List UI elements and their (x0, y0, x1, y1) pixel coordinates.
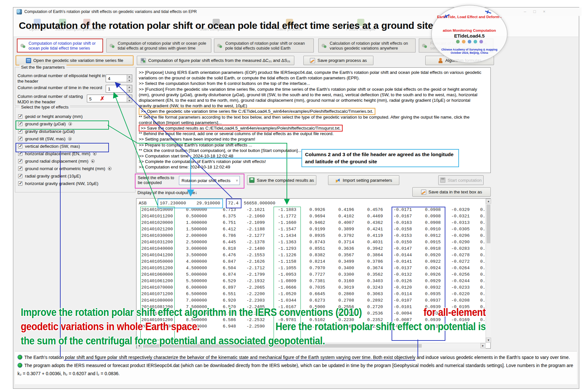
table-row: 201401070000 6.000000 6.897 -2.2065 -1.0… (139, 284, 485, 291)
import-setting-parameters-button[interactable]: Import setting parameters (328, 175, 399, 185)
spinner-arrows[interactable] (127, 75, 132, 82)
logo-org: Chinese Academy of Surveying & mapping (432, 48, 507, 51)
effect-checkbox-row[interactable]: radial gravity gradient (10μE) (15, 172, 135, 180)
select-effects-label: Select the effects to be computed (138, 175, 177, 185)
tab-icon (322, 43, 327, 48)
effect-checkbox-row[interactable]: ground normal or orthometric height (mm) (15, 165, 135, 172)
effect-checkbox-row[interactable]: horizontal displacement (EN, mm) (15, 150, 135, 157)
table-row: 201401011200 0.500000 6.375 -2.1060 -1.1… (139, 213, 485, 220)
save-results-icon (249, 178, 254, 183)
radio-indicator-icon[interactable] (91, 159, 95, 163)
open-file-button[interactable]: Open the geodetic site variation time se… (16, 55, 134, 65)
save-computed-results-button[interactable]: Save the computed results as (247, 175, 316, 185)
table-row: 201401031200 2.500000 6.445 -2.1378 -1.1… (139, 239, 485, 246)
file-params-group-label: Set the file parameters (19, 65, 66, 70)
spinner-arrows[interactable] (127, 95, 132, 102)
log-line: >> [Purpose] Using IERS Earth orientatio… (139, 70, 490, 75)
checkbox-checked-icon[interactable] (18, 159, 22, 163)
radio-indicator-icon[interactable] (93, 152, 97, 156)
footer-note: The Earth's rotation polar shift and fig… (18, 353, 574, 362)
checkbox-checked-icon[interactable] (18, 122, 22, 126)
app-window: Computation of Earth's rotation polar sh… (0, 0, 588, 392)
tab-2[interactable]: Computation of rotation polar shift or o… (106, 39, 211, 52)
spinner-arrows[interactable] (127, 85, 132, 92)
overlay-text-segment: geodetic variations in whole Earth space… (21, 320, 200, 333)
overlay-text-segment: Improve the rotation polar shift effect … (21, 306, 362, 318)
logo-line1: Earth Tide, Load Effect and Deform - (432, 15, 507, 19)
table-row: 201401050000 4.000000 6.847 -2.1626 -1.1… (139, 259, 485, 265)
effects-list: geoid or height anomaly (mm)ground gravi… (15, 113, 135, 187)
checkbox-checked-icon[interactable] (18, 144, 22, 148)
save-process-icon (310, 58, 315, 63)
effect-checkbox-row[interactable]: vertical deflection (SW, mas) (15, 143, 135, 150)
tab-4[interactable]: Calculation of rotation polar shift effe… (318, 39, 416, 52)
maximize-icon[interactable]: □ (533, 9, 536, 14)
log-line: >> Setting parameters have been imported… (139, 136, 490, 142)
tab-label: Calculation of rotation polar shift effe… (330, 41, 412, 51)
effect-checkbox-row[interactable]: gravity disturbance (μGal) (15, 128, 135, 135)
logo-icons (432, 40, 507, 43)
overlay-text-segment: Here the rotation polar shift effect on … (276, 320, 486, 333)
tab-3[interactable]: Computation of rotation polar shift or o… (214, 39, 314, 52)
callout-note: Columns 2 and 3 of the file header are a… (301, 149, 459, 167)
effect-label: ground radial displacement (mm) (25, 159, 88, 164)
effect-label: vertical deflection (SW, mas) (25, 144, 80, 149)
checkbox-checked-icon[interactable] (18, 181, 22, 186)
checkbox-checked-icon[interactable] (18, 114, 22, 119)
effect-checkbox-row[interactable]: geoid or height anomaly (mm) (15, 113, 135, 120)
log-line: >> [Function] From the geodetic site var… (139, 86, 490, 92)
tab-1[interactable]: Computation of rotation polar shift or o… (17, 39, 103, 52)
start-computation-icon (440, 178, 445, 183)
file-param-spinner-2[interactable]: 1 (106, 85, 132, 93)
table-row: 201401021200 1.500000 6.412 -2.1188 -1.1… (139, 226, 485, 233)
checkbox-checked-icon[interactable] (18, 152, 22, 156)
tab-label: Computation of rotation polar shift or o… (225, 41, 311, 51)
display-file-label: Display of the input-output file↓ (137, 190, 197, 195)
window-title: Computation of Earth's rotation polar sh… (24, 9, 197, 14)
file-param-spinner-3[interactable]: 5✗ (87, 95, 132, 102)
table-row: 201401080000 7.000000 6.920 -2.2303 -1.0… (139, 297, 485, 304)
table-row: 201401051200 4.500000 6.504 -2.1712 -1.1… (139, 265, 485, 271)
log-line: >> Save the computed results as C:/ETide… (139, 125, 490, 131)
vertical-scroll-thumb[interactable] (487, 204, 490, 243)
effect-checkbox-row[interactable]: ground gravity (μGal) (15, 120, 135, 128)
spinner-value[interactable]: 5✗ (87, 96, 127, 101)
overlay-text-line: the sum of the centrifugal force potenti… (21, 335, 486, 347)
radio-indicator-icon[interactable] (68, 137, 72, 141)
effect-checkbox-row[interactable]: ground tilt (SW, mas) (15, 135, 135, 143)
save-process-label: Save program process as (317, 58, 367, 63)
checkbox-checked-icon[interactable] (18, 129, 22, 133)
effect-label: horizontal gravity gradient (NW, 10μE) (25, 181, 99, 186)
footer-notes: The Earth's rotation polar shift and fig… (15, 351, 577, 384)
radio-indicator-icon[interactable] (108, 167, 112, 170)
table-row: 201401061200 5.500000 6.529 -2.1932 -1.0… (139, 278, 485, 284)
checkbox-checked-icon[interactable] (18, 167, 22, 171)
close-icon[interactable]: × (543, 9, 546, 14)
spinner-value[interactable]: 4 (106, 76, 127, 81)
checkbox-checked-icon[interactable] (18, 174, 22, 178)
save-results-label: Save the computed results as (257, 178, 314, 183)
scroll-up-arrow[interactable]: ▲ (486, 199, 491, 204)
scroll-down-arrow[interactable]: ▼ (486, 338, 491, 343)
tab-label: Computation of rotation polar shift or o… (29, 41, 100, 51)
logo-date: October 2024, Beijing, China (432, 51, 507, 54)
start-computation-button[interactable]: Start computation (438, 175, 484, 185)
save-textbox-data-button[interactable]: Save data in the text box as (412, 187, 491, 197)
minimize-icon[interactable]: – (524, 9, 526, 14)
effects-dropdown[interactable]: Rotaion polar shift effects ˅ (179, 176, 240, 185)
effect-checkbox-row[interactable]: horizontal gravity gradient (NW, 10μE) (15, 180, 135, 187)
tab-icon (422, 43, 428, 48)
radio-indicator-icon[interactable] (68, 122, 72, 126)
algorithm-formulas-icon (438, 58, 443, 63)
checkbox-checked-icon[interactable] (18, 137, 22, 141)
figure-polar-shift-button[interactable]: Computation of figure polar shift effect… (137, 56, 294, 65)
spinner-value[interactable]: 1 (106, 86, 127, 91)
tab-icon (217, 43, 223, 48)
effect-checkbox-row[interactable]: ground radial displacement (mm) (15, 157, 135, 165)
file-param-spinner-1[interactable]: 4 (106, 75, 132, 82)
save-program-process-button[interactable]: Save program process as (303, 56, 373, 65)
log-line: displacement (EN, to the east and to the… (139, 98, 490, 103)
note-text: The program adopts the IERS measured or … (18, 363, 573, 376)
vertical-scrollbar[interactable]: ▲ ▼ (486, 199, 491, 343)
effect-label: ground normal or orthometric height (mm) (25, 166, 105, 171)
